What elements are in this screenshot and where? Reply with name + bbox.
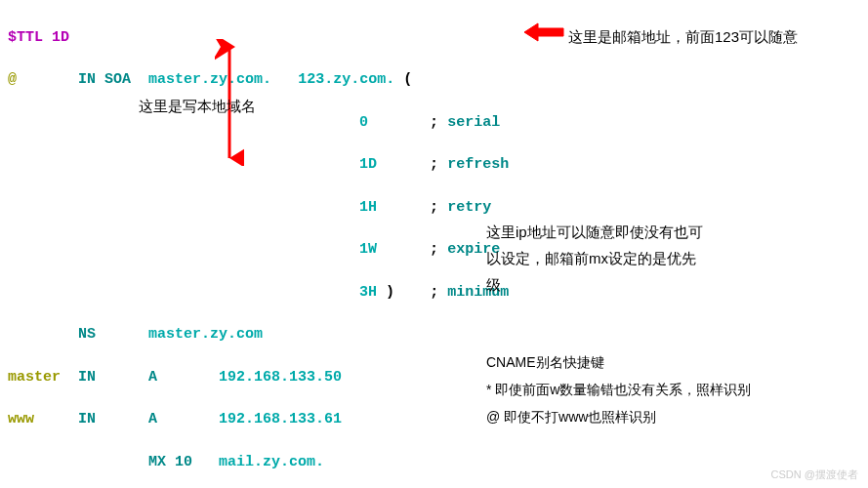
soa-serial: 0 ; serial bbox=[8, 112, 860, 134]
type-soa: SOA bbox=[104, 71, 131, 88]
ns-line: NS master.zy.com bbox=[8, 324, 860, 346]
soa-mname: master.zy.com. bbox=[148, 71, 271, 88]
ttl-value: 1D bbox=[52, 29, 69, 46]
annotation-domain: 这里是写本地域名 bbox=[139, 93, 256, 119]
annotation-cname: CNAME别名快捷键 * 即使前面w数量输错也没有关系，照样识别 @ 即使不打w… bbox=[486, 348, 838, 430]
ns-target: master.zy.com bbox=[148, 326, 263, 343]
soa-retry: 1H ; retry bbox=[8, 197, 860, 219]
ttl-directive: $TTL bbox=[8, 29, 43, 46]
origin-at: @ bbox=[8, 71, 17, 88]
soa-rname: 123.zy.com. bbox=[298, 71, 394, 88]
soa-line: @ IN SOA master.zy.com. 123.zy.com. ( bbox=[8, 69, 860, 91]
watermark: CSDN @摆渡使者 bbox=[771, 468, 858, 482]
mx-10: MX 10 mail.zy.com. bbox=[8, 452, 860, 473]
annotation-ip: 这里ip地址可以随意即使没有也可 以设定，邮箱前mx设定的是优先 级 bbox=[486, 219, 760, 298]
paren-open: ( bbox=[403, 71, 412, 88]
arrow-left-icon bbox=[522, 21, 566, 43]
class-in: IN bbox=[78, 71, 96, 88]
soa-refresh: 1D ; refresh bbox=[8, 154, 860, 176]
annotation-email: 这里是邮箱地址，前面123可以随意 bbox=[568, 23, 798, 50]
type-ns: NS bbox=[78, 326, 96, 343]
